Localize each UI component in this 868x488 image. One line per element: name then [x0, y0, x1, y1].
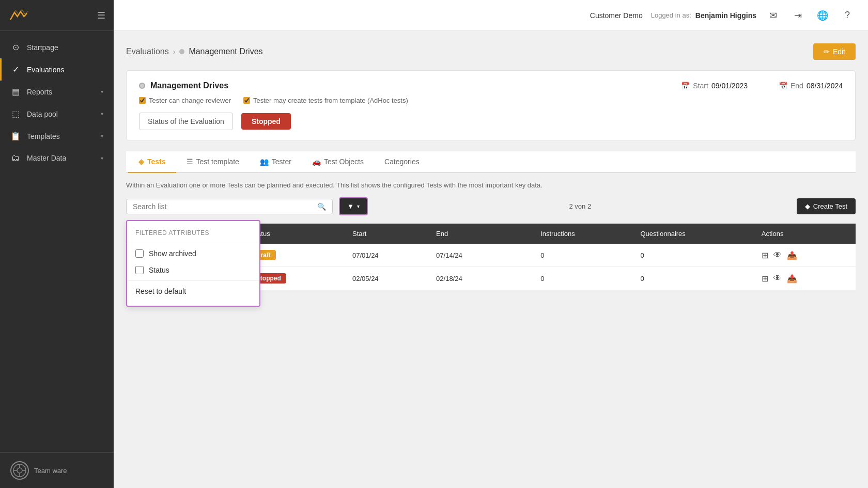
create-test-button[interactable]: ◆ Create Test: [797, 198, 856, 214]
info-checkboxes: Tester can change reviewer Tester may cr…: [139, 97, 843, 104]
help-icon[interactable]: ?: [839, 7, 856, 24]
datapool-expand-icon: ▾: [101, 111, 103, 117]
search-icon: 🔍: [317, 202, 326, 211]
edit-pencil-icon: ✏: [824, 48, 830, 56]
datapool-icon: ⬚: [10, 109, 21, 119]
tab-tester[interactable]: 👥 Tester: [250, 151, 302, 173]
filter-arrow-icon: ▾: [357, 203, 360, 209]
breadcrumb-dot-icon: [179, 49, 184, 54]
status-row: Status of the Evaluation Stopped: [139, 113, 843, 130]
checkbox-adhoc[interactable]: Tester may create tests from template (A…: [243, 97, 408, 104]
count-label: 2 von 2: [569, 202, 591, 210]
cell-start-2: 02/05/24: [344, 267, 428, 290]
calendar-end-icon: 📅: [779, 82, 787, 90]
logout-icon[interactable]: ⇥: [789, 7, 806, 24]
col-start[interactable]: Start: [344, 224, 428, 244]
main-area: Customer Demo Logged in as: Benjamin Hig…: [114, 0, 868, 488]
tester-reviewer-checkbox[interactable]: [139, 97, 146, 104]
start-date: 📅 Start 09/01/2023: [681, 82, 748, 90]
startpage-icon: ⊙: [10, 42, 21, 52]
cell-col5-1: [512, 244, 532, 267]
export-icon-1[interactable]: 📤: [787, 250, 797, 260]
dropdown-header: Filtered attributes: [127, 227, 259, 241]
grid-icon-1[interactable]: ⊞: [762, 250, 768, 260]
dropdown-reset[interactable]: Reset to default: [127, 283, 259, 300]
mail-icon[interactable]: ✉: [765, 7, 781, 24]
topbar: Customer Demo Logged in as: Benjamin Hig…: [114, 0, 868, 31]
status-dot-icon: [139, 83, 145, 89]
sidebar-toggle-icon[interactable]: ☰: [97, 10, 105, 21]
checkbox-tester-reviewer[interactable]: Tester can change reviewer: [139, 97, 231, 104]
description-text: Within an Evaluation one or more Tests c…: [126, 181, 856, 189]
reports-icon: ▤: [10, 87, 21, 97]
sidebar-item-datapool[interactable]: ⬚ Data pool ▾: [0, 103, 114, 125]
edit-button[interactable]: ✏ Edit: [813, 43, 856, 60]
sidebar-item-masterdata[interactable]: 🗂 Master Data ▾: [0, 147, 114, 169]
sidebar-header: ☰: [0, 0, 114, 31]
adhoc-checkbox[interactable]: [243, 97, 250, 104]
templates-expand-icon: ▾: [101, 133, 103, 139]
col-questionnaires[interactable]: Questionnaires: [632, 224, 753, 244]
tab-test-objects[interactable]: 🚗 Test Objects: [302, 151, 374, 173]
cell-end-1: 07/14/24: [428, 244, 512, 267]
export-icon-2[interactable]: 📤: [787, 274, 797, 284]
breadcrumb-parent[interactable]: Evaluations: [126, 47, 169, 56]
tests-tab-icon: ◈: [138, 158, 144, 166]
cell-start-1: 07/01/24: [344, 244, 428, 267]
tabs-row: ◈ Tests ☰ Test template 👥 Tester 🚗 Test …: [126, 151, 856, 173]
col-end[interactable]: End: [428, 224, 512, 244]
sidebar-item-reports[interactable]: ▤ Reports ▾: [0, 81, 114, 103]
breadcrumb-separator: ›: [173, 48, 176, 56]
col-instructions[interactable]: Instructions: [532, 224, 632, 244]
sidebar-item-templates[interactable]: 📋 Templates ▾: [0, 125, 114, 147]
cell-instructions-1: 0: [532, 244, 632, 267]
status-badge: Stopped: [241, 113, 291, 130]
info-dates: 📅 Start 09/01/2023 📅 End 08/31/2024: [681, 82, 843, 90]
dropdown-show-archived[interactable]: Show archived: [127, 245, 259, 262]
sidebar-item-startpage[interactable]: ⊙ Startpage: [0, 36, 114, 58]
globe-icon[interactable]: 🌐: [814, 7, 831, 24]
status-checkbox[interactable]: [135, 266, 144, 274]
grid-icon-2[interactable]: ⊞: [762, 274, 768, 284]
sidebar-item-evaluations[interactable]: ✓ Evaluations: [0, 58, 114, 81]
cell-end-2: 02/18/24: [428, 267, 512, 290]
footer-logo: [10, 461, 29, 480]
evaluations-icon: ✓: [10, 65, 21, 74]
filter-icon: ▼: [347, 202, 354, 210]
masterdata-expand-icon: ▾: [101, 155, 103, 161]
tab-tests[interactable]: ◈ Tests: [128, 151, 176, 173]
search-box[interactable]: 🔍: [126, 199, 333, 214]
sidebar-footer: Team ware: [0, 452, 114, 488]
filter-button[interactable]: ▼ ▾: [339, 197, 368, 215]
dropdown-status[interactable]: Status: [127, 262, 259, 278]
masterdata-icon: 🗂: [10, 153, 21, 163]
info-card-header: Management Drives 📅 Start 09/01/2023 📅 E…: [139, 81, 843, 90]
cell-instructions-2: 0: [532, 267, 632, 290]
page-content: Evaluations › Management Drives ✏ Edit M…: [114, 31, 868, 488]
view-icon-1[interactable]: 👁: [773, 250, 782, 260]
svg-point-1: [17, 468, 22, 473]
action-icons-1: ⊞ 👁 📤: [762, 250, 847, 260]
footer-label: Team ware: [34, 467, 67, 475]
cell-actions-2: ⊞ 👁 📤: [753, 267, 856, 290]
status-label: Status of the Evaluation: [139, 113, 233, 130]
evaluation-title: Management Drives: [150, 81, 228, 90]
calendar-start-icon: 📅: [681, 82, 690, 90]
cell-questionnaires-2: 0: [632, 267, 753, 290]
dropdown-divider: [127, 243, 259, 243]
view-icon-2[interactable]: 👁: [773, 274, 782, 283]
app-logo: [8, 8, 29, 23]
cell-col5-2: [512, 267, 532, 290]
reports-expand-icon: ▾: [101, 89, 103, 95]
end-date: 📅 End 08/31/2024: [779, 82, 843, 90]
show-archived-checkbox[interactable]: [135, 249, 144, 258]
test-objects-tab-icon: 🚗: [312, 158, 321, 166]
topbar-user-info: Logged in as: Benjamin Higgins: [651, 11, 756, 20]
tester-tab-icon: 👥: [260, 158, 269, 166]
sidebar-nav: ⊙ Startpage ✓ Evaluations ▤ Reports ▾ ⬚ …: [0, 31, 114, 452]
tab-categories[interactable]: Categories: [374, 151, 430, 173]
tab-test-template[interactable]: ☰ Test template: [176, 151, 250, 173]
toolbar-row: 🔍 ▼ ▾ Filtered attributes Show archived …: [126, 197, 856, 215]
search-input[interactable]: [133, 202, 317, 211]
sidebar: ☰ ⊙ Startpage ✓ Evaluations ▤ Reports ▾ …: [0, 0, 114, 488]
